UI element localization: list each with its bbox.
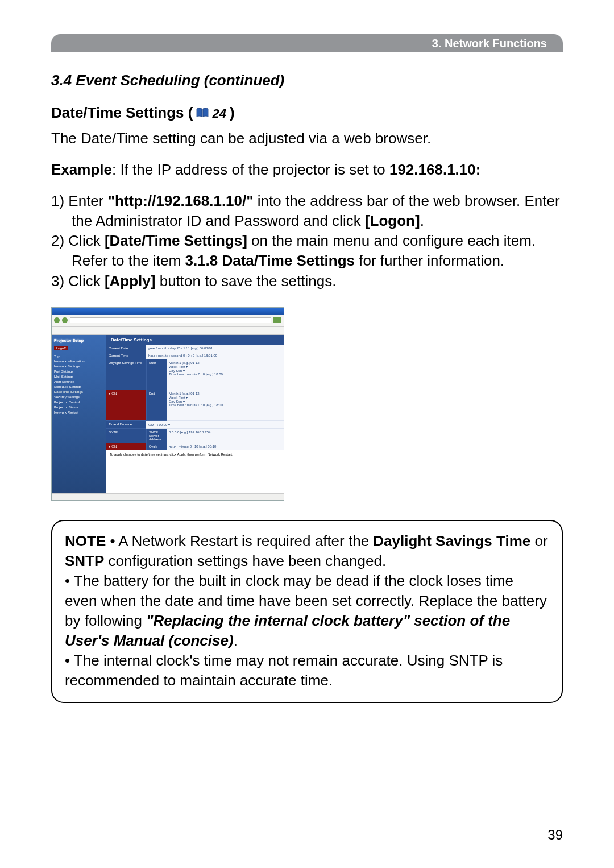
step2-a: 2) Click bbox=[51, 232, 105, 249]
ss-toolbar bbox=[52, 315, 284, 327]
ss-value: hour : minute : second 0 : 0 : 0 [e.g.] … bbox=[146, 352, 284, 359]
ss-value: Month 1 [e.g.] 01-12Week First ▾Day Sun … bbox=[167, 390, 284, 421]
page-reference: 24 bbox=[212, 106, 226, 121]
note1-a: • A Network Restart is required after th… bbox=[106, 532, 373, 549]
back-icon bbox=[54, 317, 60, 323]
step3-a: 3) Click bbox=[51, 272, 105, 290]
ss-side-item: Port Settings bbox=[54, 370, 104, 373]
subsection-prefix: Date/Time Settings ( bbox=[51, 104, 193, 122]
note-label: NOTE bbox=[65, 532, 106, 549]
ss-sublabel: Start bbox=[146, 359, 167, 390]
ss-side-item-selected: Date/Time Settings bbox=[54, 390, 104, 394]
step-2: 2) Click [Date/Time Settings] on the mai… bbox=[51, 231, 563, 271]
ss-sublabel: End bbox=[146, 390, 167, 421]
ss-main-header: Date/Time Settings bbox=[106, 335, 284, 345]
document-page: 3. Network Functions 3.4 Event Schedulin… bbox=[0, 0, 614, 868]
ss-side-item: Top: bbox=[54, 354, 104, 358]
ss-sidebar: Projector Setup Logoff Top: Network Info… bbox=[52, 335, 106, 493]
ss-sublabel: Cycle bbox=[146, 443, 167, 450]
ss-line: Week First ▾ bbox=[169, 365, 281, 369]
steps-list: 1) Enter "http://192.168.1.10/" into the… bbox=[51, 191, 563, 291]
step1-c: . bbox=[420, 212, 424, 229]
ss-side-item: Security Settings bbox=[54, 395, 104, 399]
ss-setup-title: Projector Setup bbox=[54, 338, 104, 342]
example-ip: 192.168.1.10: bbox=[389, 161, 480, 178]
example-before: : If the IP address of the projector is … bbox=[112, 161, 389, 178]
ss-line: Time hour : minute 0 : 0 [e.g.] 18:00 bbox=[169, 373, 281, 376]
subsection-suffix: ) bbox=[230, 104, 235, 122]
ss-row: Daylight Savings TimeStartMonth 1 [e.g.]… bbox=[106, 359, 284, 390]
step3-btn: [Apply] bbox=[105, 272, 156, 290]
step-3: 3) Click [Apply] button to save the sett… bbox=[51, 271, 563, 291]
ss-line: Week First ▾ bbox=[169, 395, 281, 399]
ss-label: Current Date bbox=[106, 345, 146, 352]
ss-value: year / month / day 20 / 1 / 1 [e.g.] 06/… bbox=[146, 345, 284, 352]
ss-line: Time hour : minute 0 : 0 [e.g.] 18:00 bbox=[169, 403, 281, 407]
ss-label: Daylight Savings Time bbox=[106, 359, 146, 390]
step1-a: 1) Enter bbox=[51, 192, 108, 209]
note1-b: Daylight Savings Time bbox=[373, 532, 530, 549]
ss-side-item: Projector Control bbox=[54, 400, 104, 404]
ss-line: Day Sun ▾ bbox=[169, 399, 281, 403]
ss-side-item: Alert Settings bbox=[54, 380, 104, 383]
ss-label-on: ● ON bbox=[106, 390, 146, 421]
step3-b: button to save the settings. bbox=[155, 272, 336, 290]
step-1: 1) Enter "http://192.168.1.10/" into the… bbox=[51, 191, 563, 231]
ss-line: Day Sun ▾ bbox=[169, 369, 281, 373]
note1-e: configuration settings have been changed… bbox=[104, 552, 386, 569]
note1-c: or bbox=[530, 532, 547, 549]
ss-side-item: Schedule Settings bbox=[54, 385, 104, 388]
ss-statusbar bbox=[52, 493, 284, 500]
ss-row: Current Timehour : minute : second 0 : 0… bbox=[106, 352, 284, 359]
fwd-icon bbox=[62, 317, 68, 323]
step2-c: for further information. bbox=[355, 252, 504, 269]
note3: • The internal clock's time may not rema… bbox=[65, 652, 503, 689]
subsection-title: Date/Time Settings ( 24 ) bbox=[51, 104, 563, 122]
note-box: NOTE • A Network Restart is required aft… bbox=[51, 520, 563, 704]
note1-d: SNTP bbox=[65, 552, 104, 569]
example-line: Example: If the IP address of the projec… bbox=[51, 160, 563, 180]
ss-side-item: Projector Status bbox=[54, 406, 104, 409]
ss-titlebar bbox=[52, 308, 284, 315]
section-title: 3.4 Event Scheduling (continued) bbox=[51, 72, 563, 89]
page-number: 39 bbox=[547, 827, 563, 843]
ss-label-on: ● ON bbox=[106, 443, 146, 450]
ss-side-item: Network Restart bbox=[54, 411, 104, 414]
address-bar bbox=[70, 317, 271, 323]
go-button bbox=[273, 317, 281, 323]
ss-value: GMT +00:00 ▾ bbox=[146, 421, 284, 429]
ss-side-item: Network Settings bbox=[54, 365, 104, 368]
ss-row: SNTPSNTP Server Address0.0.0.0 [e.g.] 19… bbox=[106, 429, 284, 443]
ss-label: Time difference bbox=[106, 421, 146, 429]
ss-logoff: Logoff bbox=[54, 346, 68, 350]
ss-linkbar bbox=[52, 327, 284, 335]
ss-row: Current Dateyear / month / day 20 / 1 / … bbox=[106, 345, 284, 352]
ss-apply-note: To apply changes to date/time settings: … bbox=[106, 450, 284, 458]
chapter-header: 3. Network Functions bbox=[51, 34, 563, 52]
ss-row: ● ONEndMonth 1 [e.g.] 01-12Week First ▾D… bbox=[106, 390, 284, 421]
ss-main: Date/Time Settings Current Dateyear / mo… bbox=[106, 335, 284, 493]
ss-value: Month 1 [e.g.] 01-12Week First ▾Day Sun … bbox=[167, 359, 284, 390]
ss-body: Projector Setup Logoff Top: Network Info… bbox=[52, 335, 284, 493]
ss-label: Current Time bbox=[106, 352, 146, 359]
note2-c: . bbox=[234, 632, 238, 649]
step1-url: "http://192.168.1.10/" bbox=[108, 192, 254, 209]
ss-value: hour : minute 0 : 10 [e.g.] 00:10 bbox=[167, 443, 284, 450]
ss-row: ● ONCyclehour : minute 0 : 10 [e.g.] 00:… bbox=[106, 443, 284, 450]
step1-btn: [Logon] bbox=[365, 212, 420, 229]
embedded-screenshot: Projector Setup Logoff Top: Network Info… bbox=[51, 307, 284, 501]
ss-side-item: Network Information bbox=[54, 359, 104, 363]
ss-sublabel: SNTP Server Address bbox=[146, 429, 167, 443]
chapter-title: 3. Network Functions bbox=[432, 37, 547, 50]
example-label: Example bbox=[51, 161, 112, 178]
book-icon bbox=[196, 108, 209, 118]
ss-side-item: Mail Settings bbox=[54, 375, 104, 378]
step2-btn: [Date/Time Settings] bbox=[105, 232, 247, 249]
ss-value: 0.0.0.0 [e.g.] 192.168.1.254 bbox=[167, 429, 284, 443]
step2-ref: 3.1.8 Data/Time Settings bbox=[185, 252, 355, 269]
intro-text: The Date/Time setting can be adjusted vi… bbox=[51, 129, 563, 148]
ss-row: Time differenceGMT +00:00 ▾ bbox=[106, 421, 284, 429]
ss-label: SNTP bbox=[106, 429, 146, 443]
